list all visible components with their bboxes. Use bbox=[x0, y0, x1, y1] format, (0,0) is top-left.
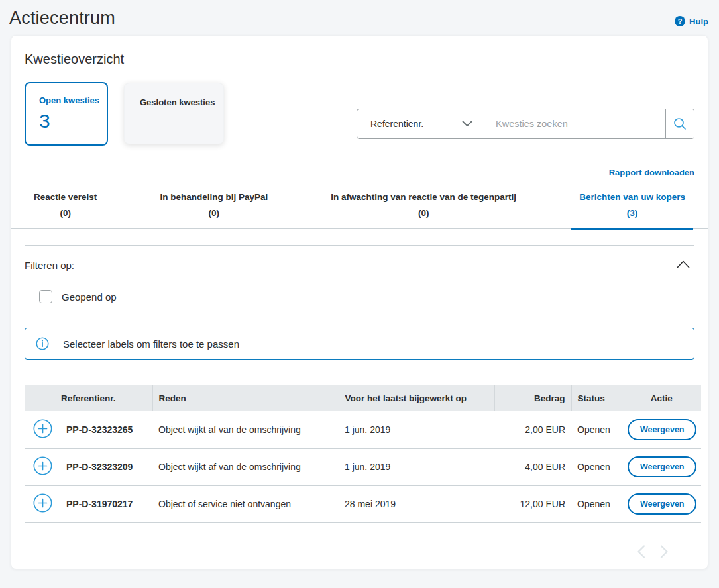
chevron-left-icon bbox=[635, 544, 648, 559]
chevron-right-icon bbox=[657, 544, 671, 559]
plus-circle-icon bbox=[33, 419, 52, 438]
help-link[interactable]: ? Hulp bbox=[675, 16, 708, 26]
view-button[interactable]: Weergeven bbox=[628, 456, 696, 477]
tab-label: Reactie vereist bbox=[34, 189, 97, 205]
search-group: Referentienr. bbox=[357, 109, 694, 139]
search-input[interactable] bbox=[482, 109, 665, 138]
plus-circle-icon bbox=[33, 456, 52, 475]
reference-link[interactable]: PP-D-32323209 bbox=[60, 448, 152, 485]
page-title: Actiecentrum bbox=[9, 8, 115, 28]
tab-in-behandeling[interactable]: In behandeling bij PayPal (0) bbox=[152, 187, 276, 230]
column-header-status: Status bbox=[571, 385, 622, 411]
updated-cell: 28 mei 2019 bbox=[339, 485, 494, 522]
tab-label: Berichten van uw kopers bbox=[579, 189, 685, 205]
updated-cell: 1 jun. 2019 bbox=[339, 448, 494, 485]
reason-cell: Object wijkt af van de omschrijving bbox=[152, 411, 339, 448]
tab-count: (0) bbox=[331, 205, 516, 221]
reason-cell: Object of service niet ontvangen bbox=[152, 485, 339, 522]
opened-on-filter: Geopend op bbox=[25, 290, 694, 303]
reason-cell: Object wijkt af van de omschrijving bbox=[152, 448, 339, 485]
previous-page-button[interactable] bbox=[635, 544, 648, 561]
column-header-amount: Bedrag bbox=[494, 385, 571, 411]
search-icon bbox=[673, 117, 687, 131]
tab-reactie-vereist[interactable]: Reactie vereist (0) bbox=[26, 187, 105, 230]
pagination bbox=[25, 544, 694, 561]
issue-tabs: Reactie vereist (0) In behandeling bij P… bbox=[11, 187, 708, 229]
search-button[interactable] bbox=[665, 109, 694, 138]
summary-cards: Open kwesties 3 Gesloten kwesties bbox=[25, 82, 224, 146]
table-row: PP-D-32323265 Object wijkt af van de oms… bbox=[25, 411, 701, 448]
collapse-filters-button[interactable] bbox=[672, 258, 694, 272]
overview-title: Kwestieoverzicht bbox=[25, 52, 694, 67]
search-filter-select[interactable]: Referentienr. bbox=[357, 109, 482, 138]
column-header-action: Actie bbox=[622, 385, 701, 411]
open-issues-card[interactable]: Open kwesties 3 bbox=[25, 82, 108, 146]
open-issues-count: 3 bbox=[39, 110, 101, 132]
status-cell: Openen bbox=[571, 411, 622, 448]
tab-count: (0) bbox=[160, 205, 268, 221]
next-page-button[interactable] bbox=[657, 544, 671, 561]
filter-section: Filteren op: Geopend op Selecteer labels… bbox=[25, 245, 694, 360]
opened-on-checkbox[interactable] bbox=[39, 290, 52, 303]
tab-count: (0) bbox=[34, 205, 97, 221]
expand-row-button[interactable] bbox=[33, 419, 52, 438]
tab-in-afwachting[interactable]: In afwachting van reactie van de tegenpa… bbox=[323, 187, 524, 230]
search-filter-selected-value: Referentienr. bbox=[370, 119, 423, 129]
tab-label: In afwachting van reactie van de tegenpa… bbox=[331, 189, 516, 205]
plus-circle-icon bbox=[33, 493, 52, 513]
status-cell: Openen bbox=[571, 448, 622, 485]
label-filter-banner-text: Selecteer labels om filters toe te passe… bbox=[63, 338, 239, 350]
amount-cell: 12,00 EUR bbox=[494, 485, 571, 522]
expand-row-button[interactable] bbox=[33, 493, 52, 513]
updated-cell: 1 jun. 2019 bbox=[339, 411, 494, 448]
filter-header: Filteren op: bbox=[25, 246, 694, 272]
reference-link[interactable]: PP-D-31970217 bbox=[60, 485, 152, 522]
amount-cell: 2,00 EUR bbox=[494, 411, 571, 448]
issue-overview-card: Kwestieoverzicht Open kwesties 3 Geslote… bbox=[11, 35, 708, 569]
label-filter-banner: Selecteer labels om filters toe te passe… bbox=[25, 328, 694, 360]
opened-on-label: Geopend op bbox=[62, 291, 117, 303]
info-icon bbox=[36, 337, 49, 350]
chevron-down-icon bbox=[462, 121, 472, 127]
view-button[interactable]: Weergeven bbox=[628, 419, 696, 440]
amount-cell: 4,00 EUR bbox=[494, 448, 571, 485]
help-label: Hulp bbox=[689, 17, 708, 26]
column-header-updated: Voor het laatst bijgewerkt op bbox=[339, 385, 494, 411]
issues-table-header: Referentienr. Reden Voor het laatst bijg… bbox=[25, 385, 701, 411]
expand-row-button[interactable] bbox=[33, 456, 52, 475]
help-question-icon: ? bbox=[675, 16, 685, 26]
open-issues-label: Open kwesties bbox=[39, 95, 101, 105]
closed-issues-label: Gesloten kwesties bbox=[140, 97, 217, 107]
page-header: Actiecentrum ? Hulp bbox=[0, 0, 719, 34]
status-cell: Openen bbox=[571, 485, 622, 522]
closed-issues-card[interactable]: Gesloten kwesties bbox=[124, 83, 224, 144]
table-row: PP-D-32323209 Object wijkt af van de oms… bbox=[25, 448, 701, 485]
tab-label: In behandeling bij PayPal bbox=[160, 189, 268, 205]
summary-and-search-row: Open kwesties 3 Gesloten kwesties Refere… bbox=[25, 82, 694, 146]
view-button[interactable]: Weergeven bbox=[628, 493, 696, 514]
table-row: PP-D-31970217 Object of service niet ont… bbox=[25, 485, 701, 522]
issues-table: Referentienr. Reden Voor het laatst bijg… bbox=[25, 385, 701, 523]
reference-link[interactable]: PP-D-32323265 bbox=[60, 411, 152, 448]
chevron-up-icon bbox=[676, 260, 691, 269]
tab-count: (3) bbox=[579, 205, 685, 221]
download-report-link[interactable]: Rapport downloaden bbox=[609, 168, 694, 177]
column-header-ref: Referentienr. bbox=[25, 385, 152, 411]
filter-label: Filteren op: bbox=[25, 260, 74, 271]
column-header-reason: Reden bbox=[152, 385, 339, 411]
report-row: Rapport downloaden bbox=[25, 166, 694, 178]
tab-berichten-kopers[interactable]: Berichten van uw kopers (3) bbox=[571, 187, 693, 230]
